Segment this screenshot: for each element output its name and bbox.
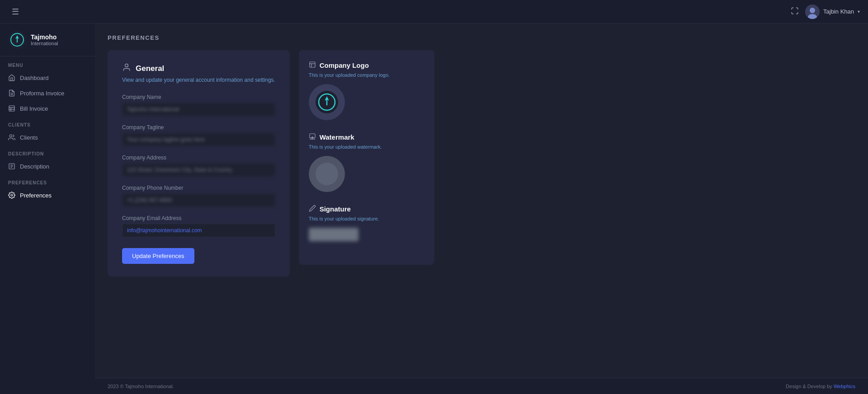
card-header: General	[122, 63, 275, 74]
topbar-right: Tajbin Khan ▾	[791, 5, 860, 19]
company-email-field: Company Email Address info@tajmohointern…	[122, 215, 275, 237]
logo-text: Tajmoho International	[31, 33, 58, 47]
update-preferences-button[interactable]: Update Preferences	[122, 248, 194, 264]
avatar	[805, 5, 820, 19]
clients-icon	[8, 134, 15, 141]
watermark-section: Watermark This is your uploaded watermar…	[309, 133, 425, 192]
card-subtitle: View and update your general account inf…	[122, 77, 275, 83]
company-name-field: Company Name Tajmoho International	[122, 94, 275, 116]
description-icon	[8, 163, 15, 170]
signature-section: Signature This is your uploaded signatur…	[309, 205, 425, 241]
company-email-value: info@tajmohointernational.com	[122, 224, 275, 237]
sidebar-item-description[interactable]: Description	[0, 159, 95, 174]
signature-section-icon	[309, 205, 316, 213]
document-icon	[8, 89, 15, 97]
sidebar-item-label: Description	[20, 163, 49, 170]
footer-copy: 2023 © Tajmoho International.	[108, 384, 174, 389]
watermark-image	[309, 156, 345, 192]
right-panel: Company Logo This is your uploaded compa…	[299, 50, 434, 265]
company-address-field: Company Address 123 Street, Downtown Cit…	[122, 155, 275, 177]
preferences-section-label: PREFERENCES	[0, 174, 95, 188]
gear-icon	[8, 192, 15, 199]
sidebar-logo-area: Tajmoho International	[0, 23, 95, 56]
topbar: ☰ Tajbin Khan ▾	[0, 0, 868, 23]
description-section-label: DESCRIPTION	[0, 145, 95, 159]
company-name-label: Company Name	[122, 94, 275, 100]
signature-section-title: Signature	[320, 205, 351, 213]
sidebar-item-label: Bill Invoice	[20, 105, 48, 112]
footer-credit: Design & Develop by Design & Develop by …	[786, 384, 855, 389]
sidebar-item-label: Dashboard	[20, 75, 49, 81]
sidebar-item-label: Preferences	[20, 192, 52, 199]
logo-section-desc: This is your uploaded company logo.	[309, 72, 425, 78]
menu-section-label: MENU	[0, 56, 95, 70]
company-phone-label: Company Phone Number	[122, 185, 275, 191]
watermark-section-header: Watermark	[309, 133, 425, 141]
sidebar-item-dashboard[interactable]: Dashboard	[0, 70, 95, 85]
page-title: PREFERENCES	[108, 34, 434, 41]
sidebar-item-label: Proforma Invoice	[20, 90, 64, 97]
sidebar-item-proforma[interactable]: Proforma Invoice	[0, 85, 95, 101]
card-title: General	[136, 64, 164, 73]
logo-section-title: Company Logo	[320, 61, 369, 69]
svg-point-1	[810, 8, 815, 13]
svg-point-19	[125, 64, 128, 67]
company-tagline-value: Your company tagline goes here	[122, 133, 275, 146]
sidebar: Tajmoho International MENU Dashboard	[0, 23, 95, 394]
user-chevron-icon: ▾	[858, 9, 860, 14]
watermark-section-icon	[309, 133, 316, 141]
logo-section-header: Company Logo	[309, 61, 425, 70]
company-email-label: Company Email Address	[122, 215, 275, 221]
company-tagline-label: Company Tagline	[122, 124, 275, 131]
watermark-section-desc: This is your uploaded watermark.	[309, 144, 425, 150]
company-address-label: Company Address	[122, 155, 275, 161]
svg-rect-9	[9, 106, 14, 111]
company-logo-section: Company Logo This is your uploaded compa…	[309, 61, 425, 120]
sidebar-item-label: Clients	[20, 134, 38, 141]
general-icon	[122, 63, 131, 74]
topbar-left: ☰	[8, 5, 94, 19]
company-phone-field: Company Phone Number +1 (234) 567-8900	[122, 185, 275, 207]
app-subtitle: International	[31, 41, 58, 46]
bill-icon	[8, 105, 15, 112]
sidebar-item-clients[interactable]: Clients	[0, 130, 95, 145]
main-content: PREFERENCES General View and update your…	[95, 23, 447, 394]
sidebar-item-bill[interactable]: Bill Invoice	[0, 101, 95, 116]
topbar-logo: ☰	[8, 5, 94, 19]
signature-section-header: Signature	[309, 205, 425, 213]
svg-point-30	[316, 163, 338, 185]
watermark-section-title: Watermark	[320, 133, 354, 141]
svg-rect-20	[310, 62, 315, 67]
sidebar-item-preferences[interactable]: Preferences	[0, 188, 95, 203]
app-name: Tajmoho	[31, 33, 58, 41]
footer: 2023 © Tajmoho International. Design & D…	[95, 378, 868, 394]
hamburger-button[interactable]: ☰	[8, 5, 23, 19]
signature-image	[309, 228, 359, 241]
user-menu[interactable]: Tajbin Khan ▾	[805, 5, 860, 19]
logo-section-icon	[309, 61, 316, 70]
general-card: General View and update your general acc…	[108, 50, 290, 277]
company-logo-image	[309, 84, 345, 120]
fullscreen-button[interactable]	[791, 7, 799, 17]
company-name-value: Tajmoho International	[122, 103, 275, 116]
svg-point-18	[11, 194, 13, 196]
company-address-value: 123 Street, Downtown City, State & Count…	[122, 163, 275, 177]
home-icon	[8, 74, 15, 81]
company-tagline-field: Company Tagline Your company tagline goe…	[122, 124, 275, 146]
signature-section-desc: This is your uploaded signature.	[309, 216, 425, 221]
company-phone-value: +1 (234) 567-8900	[122, 193, 275, 207]
svg-point-13	[9, 135, 12, 137]
clients-section-label: CLIENTS	[0, 116, 95, 130]
user-name-label: Tajbin Khan	[823, 8, 854, 15]
logo-icon	[8, 31, 26, 49]
preferences-layout: General View and update your general acc…	[108, 50, 434, 277]
